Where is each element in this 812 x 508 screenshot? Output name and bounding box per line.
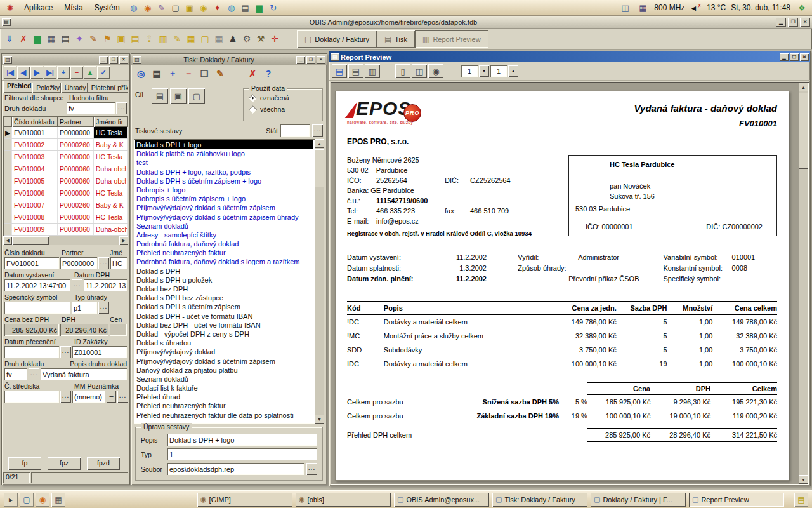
poznamka-remove-button[interactable]: – (107, 391, 116, 403)
globe-icon[interactable]: ◍ (225, 3, 238, 13)
two-page-icon[interactable]: ◫ (412, 64, 427, 78)
epos-app-icon[interactable]: ✦ (211, 3, 224, 13)
typ-input[interactable]: 1 (167, 448, 317, 460)
window-menu-icon[interactable]: ▤ (331, 53, 339, 61)
menu-aplikace[interactable]: Aplikace (20, 2, 56, 13)
filter-preset-button[interactable]: fp (8, 457, 41, 470)
displays-icon[interactable]: ◫ (619, 3, 631, 13)
money-icon[interactable]: ▣ (183, 3, 196, 13)
table-row[interactable]: FV010002P0000260Baby & K (4, 139, 128, 151)
grid-horizontal-scrollbar[interactable]: ◀ ▶ (3, 236, 128, 245)
print-icon[interactable]: ▤ (58, 30, 72, 47)
design-report-icon[interactable]: ✎ (213, 66, 228, 81)
maximize-button[interactable]: ❐ (109, 56, 118, 64)
delete-record-icon[interactable]: − (70, 66, 83, 79)
preview-vertical-scrollbar[interactable]: ▲ ▼ (799, 83, 808, 484)
state-picker-button[interactable]: ... (312, 124, 323, 137)
taskbar-window-button[interactable]: ◉[obis] (296, 493, 391, 507)
maximize-button[interactable]: ❐ (788, 18, 798, 27)
table-row[interactable]: FV010009P0000060Duha-obch (4, 224, 128, 236)
taskbar-window-button[interactable]: ▢Tisk: Doklady / Faktury (492, 493, 587, 507)
datum-dph-input[interactable]: 11.2.2002 13 (84, 279, 127, 291)
page-down-button[interactable]: ▼ (479, 65, 489, 77)
table-row[interactable]: FV010003P0000000HC Tesla (4, 151, 128, 163)
report-list-scrollbar[interactable]: ▲ ▼ (315, 139, 324, 424)
minimize-button[interactable]: ▁ (296, 56, 305, 64)
terminal-icon[interactable]: ▸ (4, 493, 18, 507)
layout-icon[interactable]: ▦ (212, 30, 226, 47)
doc-window-icon[interactable]: ▢ (198, 30, 212, 47)
add-report-icon[interactable]: + (165, 66, 180, 81)
preceneni-input[interactable] (4, 346, 59, 358)
scrollbar-thumb[interactable] (12, 236, 49, 245)
print-setup-icon[interactable]: ▥ (365, 64, 380, 78)
minimize-button[interactable]: ▁ (780, 53, 789, 61)
preceneni-picker-button[interactable]: ... (60, 346, 71, 358)
report-item[interactable]: Doklad s DPH - učet ve formátu IBAN (135, 312, 313, 321)
print-dialog-icon[interactable]: ▤ (332, 64, 347, 78)
state-input[interactable] (280, 124, 310, 137)
table-row[interactable]: FV010005P0000060Duha-obch (4, 175, 128, 187)
report-item[interactable]: Přehled neuhrazených faktur dle data po … (135, 411, 313, 420)
report-item[interactable]: Doklad k platbě na zálohovku+logo (135, 149, 313, 158)
scrollbar-thumb[interactable] (799, 93, 808, 169)
close-button[interactable]: ✕ (800, 18, 810, 27)
preview-canvas[interactable]: EPOS PRO hardware, software, sítě, služb… (331, 82, 809, 485)
partner-picker-button[interactable]: ... (98, 257, 109, 269)
delete-icon[interactable]: ✗ (16, 30, 30, 47)
report-item[interactable]: Přehled neuhrazených faktur (135, 248, 313, 257)
filter-column-select[interactable]: Druh dokladu (4, 105, 65, 112)
page-current[interactable]: 1 (461, 65, 478, 77)
vystaveni-picker-button[interactable]: ... (72, 279, 82, 291)
next-record-icon[interactable]: ▶ (30, 66, 43, 79)
minimize-button[interactable]: ▁ (776, 18, 786, 27)
doc-archive-icon[interactable]: ▥ (156, 30, 170, 47)
scroll-up-button[interactable]: ▲ (315, 139, 324, 148)
druh-dokladu-input[interactable]: fv (4, 368, 27, 380)
taskbar-window-button[interactable]: ▢Doklady / Faktury | F... (591, 493, 686, 507)
clock[interactable]: St, 30. dub, 11:48 (731, 3, 790, 12)
window-menu-icon[interactable]: ▤ (2, 18, 11, 26)
report-item[interactable]: Přehled neuhrazených faktur (135, 401, 313, 410)
poznamka-input[interactable]: (mnemo) (72, 391, 105, 403)
scroll-right-button[interactable]: ▶ (119, 236, 128, 245)
chart-icon[interactable]: ▆ (253, 3, 266, 13)
app-tab[interactable]: ▤Tisk (377, 30, 415, 48)
report-item[interactable]: Podrobná faktura, daňový doklad (135, 239, 313, 248)
window-menu-icon[interactable]: ▤ (133, 56, 141, 64)
report-item[interactable]: test (135, 158, 313, 167)
printer-icon[interactable]: ▤ (239, 3, 252, 13)
report-item[interactable]: Doklad s DPH s účetním zápisem (135, 302, 313, 311)
target-file-button[interactable]: ▣ (170, 88, 187, 104)
copy-report-icon[interactable]: ❏ (197, 66, 212, 81)
report-item[interactable]: Adresy - samolepící štítky (135, 231, 313, 239)
workspaces-icon[interactable]: ▦ (51, 493, 65, 507)
print-icon[interactable]: ▤ (348, 64, 363, 78)
table-row[interactable]: FV010006P0000000HC Tesla (4, 187, 128, 199)
scroll-down-button[interactable]: ▼ (315, 415, 324, 424)
report-item[interactable]: Podrobná faktura, daňový doklad s logem … (135, 257, 313, 266)
import-icon[interactable]: ⇓ (3, 30, 16, 47)
scroll-left-button[interactable]: ◀ (3, 236, 12, 245)
menu-system[interactable]: Systém (91, 2, 124, 13)
print-icon[interactable]: ▤ (149, 66, 164, 81)
zakazka-input[interactable]: Z010001 (72, 346, 127, 358)
close-button[interactable]: ✕ (119, 56, 128, 64)
report-item[interactable]: Doklad s DPH u položek (135, 276, 313, 284)
strediska-input[interactable] (4, 391, 59, 403)
table-row[interactable]: FV010004P0000060Duha-obch (4, 163, 128, 175)
docs-tab[interactable]: Přehled (3, 81, 32, 93)
maximize-button[interactable]: ❐ (306, 56, 315, 64)
report-item[interactable]: Dobropis + logo (135, 185, 313, 194)
report-item[interactable]: Doklad bez DPH (135, 284, 313, 293)
specificky-symbol-input[interactable] (4, 302, 70, 314)
target-printer-button[interactable]: ▤ (152, 88, 168, 104)
vystaveni-input[interactable]: 11.2.2002 13:47:00 (4, 279, 70, 291)
partner-input[interactable]: P0000000 (60, 257, 97, 269)
report-item[interactable]: Dodací list k faktuře (135, 384, 313, 392)
report-item[interactable]: Seznam dokladů (135, 375, 313, 384)
report-item[interactable]: Doklad s DPH + logo (135, 140, 313, 149)
last-record-icon[interactable]: ▶| (44, 66, 56, 79)
flag-icon[interactable]: ⚑ (100, 30, 114, 47)
typ-uhrady-input[interactable]: p1 (72, 302, 97, 314)
